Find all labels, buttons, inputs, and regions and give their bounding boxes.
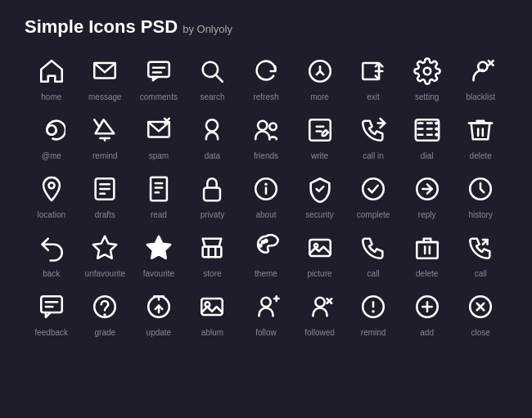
complete-icon — [356, 172, 390, 206]
add-icon — [410, 290, 444, 324]
icon-spam[interactable]: spam — [132, 113, 186, 160]
unfavourite-icon — [88, 231, 122, 265]
delete-icon — [463, 113, 498, 147]
icon-picture[interactable]: picture — [293, 231, 347, 278]
callin-icon — [356, 113, 390, 147]
svg-rect-51 — [205, 188, 221, 201]
icon-atme[interactable]: @me — [25, 113, 79, 160]
friends-icon — [249, 113, 283, 147]
icon-search[interactable]: search — [186, 54, 240, 101]
setting-icon — [410, 54, 444, 88]
icon-followed[interactable]: followed — [293, 290, 347, 337]
history-icon — [463, 172, 498, 206]
icon-favourite[interactable]: favourite — [132, 231, 186, 278]
icon-update[interactable]: update — [132, 290, 186, 337]
comments-icon — [142, 54, 176, 88]
svg-point-55 — [363, 178, 384, 200]
icon-home[interactable]: home — [25, 54, 79, 101]
icon-more[interactable]: more — [293, 54, 347, 101]
icon-close[interactable]: close — [453, 290, 507, 337]
icon-feedback[interactable]: feedback — [25, 290, 79, 337]
icon-data[interactable]: data — [186, 113, 240, 160]
icon-comments[interactable]: comments — [132, 54, 186, 101]
icon-privaty[interactable]: privaty — [186, 172, 240, 219]
icon-add[interactable]: add — [400, 290, 454, 337]
icon-setting[interactable]: setting — [400, 54, 454, 101]
privaty-icon — [195, 172, 229, 206]
icon-callin[interactable]: call in — [346, 113, 400, 160]
icon-remind2[interactable]: remind — [346, 290, 400, 337]
icon-dial[interactable]: dial — [400, 113, 454, 160]
icon-about[interactable]: about — [239, 172, 293, 219]
svg-point-23 — [258, 121, 267, 130]
search-icon — [195, 54, 229, 88]
icon-drafts[interactable]: drafts — [79, 172, 133, 219]
icon-remind[interactable]: remind — [79, 113, 133, 160]
close-icon — [463, 290, 498, 324]
home-icon — [34, 54, 69, 88]
atme-icon — [34, 113, 69, 147]
icon-history[interactable]: history — [453, 172, 507, 219]
icon-ablum[interactable]: ablum — [186, 290, 240, 337]
icon-message[interactable]: message — [79, 54, 133, 101]
update-icon — [142, 290, 176, 324]
icon-follow[interactable]: follow — [239, 290, 293, 337]
icon-unfavourite[interactable]: unfavourite — [79, 231, 133, 278]
icon-delete2[interactable]: delete — [400, 231, 454, 278]
icon-theme[interactable]: theme — [239, 231, 293, 278]
message-icon — [88, 54, 122, 88]
svg-point-66 — [265, 240, 268, 242]
icon-refresh[interactable]: refresh — [239, 54, 293, 101]
svg-point-68 — [313, 244, 317, 247]
icon-back[interactable]: back — [25, 231, 79, 278]
title-area: Simple Icons PSD by Onlyoly — [25, 16, 507, 38]
picture-icon — [303, 231, 337, 265]
icon-delete[interactable]: delete — [453, 113, 507, 160]
icon-read[interactable]: read — [132, 172, 186, 219]
icon-security[interactable]: security — [293, 172, 347, 219]
refresh-icon — [249, 54, 283, 88]
trash-icon — [410, 231, 444, 265]
icon-grade[interactable]: grade — [79, 290, 133, 337]
svg-line-18 — [95, 119, 100, 127]
svg-marker-59 — [93, 236, 116, 258]
ablum-icon — [195, 290, 229, 324]
icon-location[interactable]: location — [25, 172, 79, 219]
page-title: Simple Icons PSD by Onlyoly — [25, 16, 507, 38]
theme-icon — [249, 231, 283, 265]
remind2-icon — [356, 290, 390, 324]
exit-icon — [356, 54, 390, 88]
icon-exit[interactable]: exit — [346, 54, 400, 101]
svg-point-24 — [269, 124, 277, 131]
more-icon — [303, 54, 337, 88]
security-icon — [303, 172, 337, 206]
spam-icon — [142, 113, 176, 147]
svg-point-85 — [261, 298, 270, 307]
icon-store[interactable]: store — [186, 231, 240, 278]
svg-rect-67 — [309, 240, 331, 256]
grade-icon — [88, 290, 122, 324]
svg-rect-47 — [151, 178, 167, 200]
icon-write[interactable]: write — [293, 113, 347, 160]
svg-point-22 — [206, 119, 218, 131]
icon-friends[interactable]: friends — [239, 113, 293, 160]
call-icon — [356, 231, 390, 265]
icon-blacklist[interactable]: blacklist — [453, 54, 507, 101]
icon-complete[interactable]: complete — [346, 172, 400, 219]
followed-icon — [303, 290, 337, 324]
svg-rect-74 — [41, 296, 62, 312]
about-icon — [249, 172, 283, 206]
icon-call2[interactable]: call — [453, 231, 507, 278]
follow-icon — [249, 290, 283, 324]
icon-grid: home message comments search refresh — [25, 54, 507, 337]
remind-icon — [88, 113, 122, 147]
svg-point-11 — [423, 68, 431, 75]
data-icon — [195, 113, 229, 147]
read-icon — [142, 172, 176, 206]
icon-reply[interactable]: reply — [400, 172, 454, 219]
svg-rect-61 — [203, 247, 222, 258]
feedback-icon — [34, 290, 69, 324]
svg-marker-60 — [147, 236, 170, 258]
icon-call[interactable]: call — [346, 231, 400, 278]
svg-point-42 — [48, 182, 54, 188]
